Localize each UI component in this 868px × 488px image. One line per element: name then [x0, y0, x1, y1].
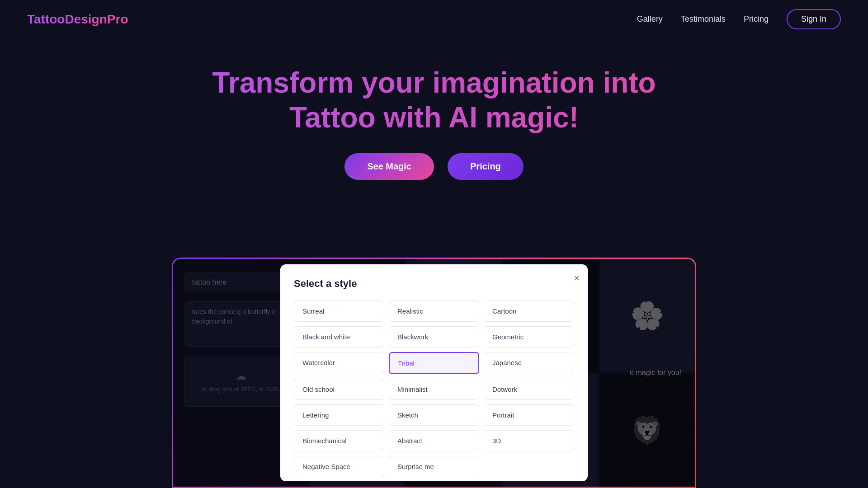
style-negative-space[interactable]: Negative Space [294, 456, 384, 477]
style-3d[interactable]: 3D [484, 430, 574, 451]
style-cartoon[interactable]: Cartoon [484, 300, 574, 322]
style-realistic[interactable]: Realistic [389, 300, 479, 322]
style-portrait[interactable]: Portrait [484, 404, 574, 426]
style-biomechanical[interactable]: Biomechanical [294, 430, 384, 451]
hero-buttons: See Magic Pricing [0, 153, 868, 180]
logo: TattooDesignPro [27, 12, 128, 27]
nav-links: Gallery Testimonials Pricing Sign In [637, 9, 841, 29]
style-surreal[interactable]: Surreal [294, 300, 384, 322]
app-inner: tattoo here tures the conce g a butterfl… [173, 259, 695, 487]
pricing-button[interactable]: Pricing [448, 153, 524, 180]
style-watercolor[interactable]: Watercolor [294, 352, 384, 374]
hero-heading: Transform your imagination into Tattoo w… [0, 66, 868, 135]
gallery-link[interactable]: Gallery [637, 14, 663, 24]
style-japanese[interactable]: Japanese [484, 352, 574, 374]
modal-title: Select a style [294, 278, 574, 290]
navbar: TattooDesignPro Gallery Testimonials Pri… [0, 0, 868, 38]
modal-overlay: Select a style × SurrealRealisticCartoon… [173, 259, 695, 487]
style-dotwork[interactable]: Dotwork [484, 379, 574, 400]
style-select-modal: Select a style × SurrealRealisticCartoon… [280, 264, 588, 481]
style-geometric[interactable]: Geometric [484, 326, 574, 347]
style-abstract[interactable]: Abstract [389, 430, 479, 451]
style-black-white[interactable]: Black and white [294, 326, 384, 347]
sign-in-button[interactable]: Sign In [787, 9, 841, 29]
see-magic-button[interactable]: See Magic [344, 153, 434, 180]
style-blackwork[interactable]: Blackwork [389, 326, 479, 347]
style-lettering[interactable]: Lettering [294, 404, 384, 426]
styles-grid: SurrealRealisticCartoonBlack and whiteBl… [294, 300, 574, 477]
pricing-link[interactable]: Pricing [744, 14, 769, 24]
testimonials-link[interactable]: Testimonials [681, 14, 726, 24]
style-minimalist[interactable]: Minimalist [389, 379, 479, 400]
modal-close-button[interactable]: × [574, 272, 580, 284]
hero-section: Transform your imagination into Tattoo w… [0, 38, 868, 198]
style-old-school[interactable]: Old school [294, 379, 384, 400]
style-sketch[interactable]: Sketch [389, 404, 479, 426]
style-tribal[interactable]: Tribal [389, 352, 479, 374]
app-preview: tattoo here tures the conce g a butterfl… [172, 258, 696, 488]
style-surprise-me[interactable]: Surprise me [389, 456, 479, 477]
